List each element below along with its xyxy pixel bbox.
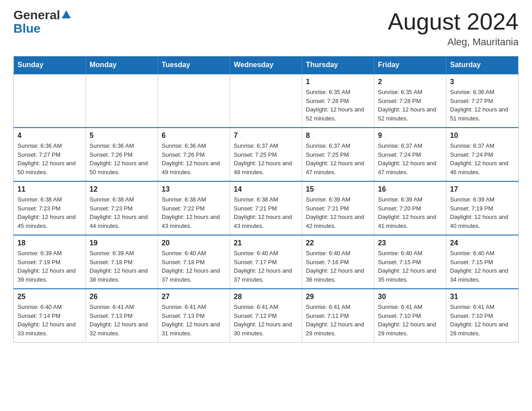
day-number: 8: [306, 132, 370, 140]
day-of-week-header: Saturday: [446, 56, 519, 74]
day-info: Sunrise: 6:36 AM Sunset: 7:26 PM Dayligh…: [90, 141, 154, 176]
day-info: Sunrise: 6:38 AM Sunset: 7:21 PM Dayligh…: [234, 195, 298, 230]
calendar-day-cell: 4Sunrise: 6:36 AM Sunset: 7:27 PM Daylig…: [14, 128, 86, 181]
day-number: 2: [378, 78, 442, 86]
calendar-day-cell: 29Sunrise: 6:41 AM Sunset: 7:11 PM Dayli…: [302, 289, 374, 342]
day-number: 22: [306, 239, 370, 247]
days-of-week-row: SundayMondayTuesdayWednesdayThursdayFrid…: [14, 56, 519, 74]
day-number: 19: [90, 239, 154, 247]
day-info: Sunrise: 6:36 AM Sunset: 7:27 PM Dayligh…: [450, 88, 515, 123]
day-number: 10: [450, 132, 515, 140]
logo-blue-text: Blue: [13, 21, 41, 36]
day-info: Sunrise: 6:37 AM Sunset: 7:25 PM Dayligh…: [234, 141, 298, 176]
day-number: 11: [17, 185, 82, 193]
day-info: Sunrise: 6:39 AM Sunset: 7:20 PM Dayligh…: [378, 195, 442, 230]
day-info: Sunrise: 6:35 AM Sunset: 7:28 PM Dayligh…: [306, 88, 370, 123]
calendar-day-cell: 28Sunrise: 6:41 AM Sunset: 7:12 PM Dayli…: [230, 289, 302, 342]
calendar-day-cell: [158, 74, 230, 128]
calendar-day-cell: 31Sunrise: 6:41 AM Sunset: 7:10 PM Dayli…: [446, 289, 519, 342]
calendar-day-cell: 24Sunrise: 6:40 AM Sunset: 7:15 PM Dayli…: [446, 235, 519, 289]
day-of-week-header: Tuesday: [158, 56, 230, 74]
calendar-day-cell: [14, 74, 86, 128]
day-number: 5: [90, 132, 154, 140]
day-info: Sunrise: 6:40 AM Sunset: 7:18 PM Dayligh…: [162, 249, 226, 284]
logo-general-text: General: [13, 9, 60, 21]
day-number: 29: [306, 293, 370, 301]
calendar-day-cell: 18Sunrise: 6:39 AM Sunset: 7:19 PM Dayli…: [14, 235, 86, 289]
calendar-day-cell: 2Sunrise: 6:35 AM Sunset: 7:28 PM Daylig…: [374, 74, 446, 128]
day-info: Sunrise: 6:40 AM Sunset: 7:15 PM Dayligh…: [378, 249, 442, 284]
calendar-week-row: 1Sunrise: 6:35 AM Sunset: 7:28 PM Daylig…: [14, 74, 519, 128]
day-of-week-header: Thursday: [302, 56, 374, 74]
day-number: 20: [162, 239, 226, 247]
calendar-day-cell: 16Sunrise: 6:39 AM Sunset: 7:20 PM Dayli…: [374, 181, 446, 235]
day-of-week-header: Sunday: [14, 56, 86, 74]
day-info: Sunrise: 6:38 AM Sunset: 7:23 PM Dayligh…: [90, 195, 154, 230]
day-number: 16: [378, 185, 442, 193]
day-info: Sunrise: 6:40 AM Sunset: 7:16 PM Dayligh…: [306, 249, 370, 284]
day-info: Sunrise: 6:38 AM Sunset: 7:23 PM Dayligh…: [17, 195, 82, 230]
day-number: 23: [378, 239, 442, 247]
day-number: 15: [306, 185, 370, 193]
calendar-header: SundayMondayTuesdayWednesdayThursdayFrid…: [14, 56, 519, 74]
day-number: 6: [162, 132, 226, 140]
day-number: 27: [162, 293, 226, 301]
calendar-day-cell: 11Sunrise: 6:38 AM Sunset: 7:23 PM Dayli…: [14, 181, 86, 235]
day-number: 13: [162, 185, 226, 193]
day-number: 1: [306, 78, 370, 86]
day-of-week-header: Friday: [374, 56, 446, 74]
calendar-day-cell: 25Sunrise: 6:40 AM Sunset: 7:14 PM Dayli…: [14, 289, 86, 342]
day-info: Sunrise: 6:37 AM Sunset: 7:24 PM Dayligh…: [450, 141, 515, 176]
calendar-day-cell: 20Sunrise: 6:40 AM Sunset: 7:18 PM Dayli…: [158, 235, 230, 289]
day-info: Sunrise: 6:39 AM Sunset: 7:21 PM Dayligh…: [306, 195, 370, 230]
calendar-day-cell: 10Sunrise: 6:37 AM Sunset: 7:24 PM Dayli…: [446, 128, 519, 181]
day-info: Sunrise: 6:38 AM Sunset: 7:22 PM Dayligh…: [162, 195, 226, 230]
calendar-day-cell: 21Sunrise: 6:40 AM Sunset: 7:17 PM Dayli…: [230, 235, 302, 289]
calendar-day-cell: 12Sunrise: 6:38 AM Sunset: 7:23 PM Dayli…: [86, 181, 158, 235]
day-number: 17: [450, 185, 515, 193]
day-number: 14: [234, 185, 298, 193]
page-header: General Blue August 2024 Aleg, Mauritani…: [13, 9, 519, 48]
day-info: Sunrise: 6:40 AM Sunset: 7:14 PM Dayligh…: [17, 303, 82, 338]
calendar-day-cell: 3Sunrise: 6:36 AM Sunset: 7:27 PM Daylig…: [446, 74, 519, 128]
day-info: Sunrise: 6:36 AM Sunset: 7:26 PM Dayligh…: [162, 141, 226, 176]
calendar-day-cell: [230, 74, 302, 128]
calendar-day-cell: 27Sunrise: 6:41 AM Sunset: 7:13 PM Dayli…: [158, 289, 230, 342]
calendar-table: SundayMondayTuesdayWednesdayThursdayFrid…: [13, 56, 519, 342]
day-info: Sunrise: 6:36 AM Sunset: 7:27 PM Dayligh…: [17, 141, 82, 176]
title-block: August 2024 Aleg, Mauritania: [388, 9, 519, 48]
calendar-day-cell: 14Sunrise: 6:38 AM Sunset: 7:21 PM Dayli…: [230, 181, 302, 235]
day-number: 12: [90, 185, 154, 193]
calendar-day-cell: 15Sunrise: 6:39 AM Sunset: 7:21 PM Dayli…: [302, 181, 374, 235]
calendar-day-cell: 7Sunrise: 6:37 AM Sunset: 7:25 PM Daylig…: [230, 128, 302, 181]
calendar-day-cell: 17Sunrise: 6:39 AM Sunset: 7:19 PM Dayli…: [446, 181, 519, 235]
calendar-day-cell: 5Sunrise: 6:36 AM Sunset: 7:26 PM Daylig…: [86, 128, 158, 181]
calendar-week-row: 4Sunrise: 6:36 AM Sunset: 7:27 PM Daylig…: [14, 128, 519, 181]
day-number: 31: [450, 293, 515, 301]
day-number: 30: [378, 293, 442, 301]
location-title: Aleg, Mauritania: [388, 36, 519, 48]
calendar-week-row: 25Sunrise: 6:40 AM Sunset: 7:14 PM Dayli…: [14, 289, 519, 342]
day-info: Sunrise: 6:39 AM Sunset: 7:19 PM Dayligh…: [17, 249, 82, 284]
day-number: 21: [234, 239, 298, 247]
calendar-day-cell: 13Sunrise: 6:38 AM Sunset: 7:22 PM Dayli…: [158, 181, 230, 235]
day-info: Sunrise: 6:37 AM Sunset: 7:25 PM Dayligh…: [306, 141, 370, 176]
day-info: Sunrise: 6:41 AM Sunset: 7:10 PM Dayligh…: [378, 303, 442, 338]
day-number: 26: [90, 293, 154, 301]
day-info: Sunrise: 6:41 AM Sunset: 7:11 PM Dayligh…: [306, 303, 370, 338]
day-of-week-header: Monday: [86, 56, 158, 74]
calendar-day-cell: 22Sunrise: 6:40 AM Sunset: 7:16 PM Dayli…: [302, 235, 374, 289]
day-number: 18: [17, 239, 82, 247]
day-info: Sunrise: 6:35 AM Sunset: 7:28 PM Dayligh…: [378, 88, 442, 123]
day-of-week-header: Wednesday: [230, 56, 302, 74]
month-title: August 2024: [388, 9, 519, 34]
calendar-day-cell: 1Sunrise: 6:35 AM Sunset: 7:28 PM Daylig…: [302, 74, 374, 128]
day-number: 28: [234, 293, 298, 301]
day-info: Sunrise: 6:41 AM Sunset: 7:13 PM Dayligh…: [162, 303, 226, 338]
calendar-day-cell: 19Sunrise: 6:39 AM Sunset: 7:18 PM Dayli…: [86, 235, 158, 289]
day-info: Sunrise: 6:39 AM Sunset: 7:19 PM Dayligh…: [450, 195, 515, 230]
logo: General Blue: [13, 9, 71, 36]
calendar-day-cell: 8Sunrise: 6:37 AM Sunset: 7:25 PM Daylig…: [302, 128, 374, 181]
day-number: 7: [234, 132, 298, 140]
day-number: 3: [450, 78, 515, 86]
